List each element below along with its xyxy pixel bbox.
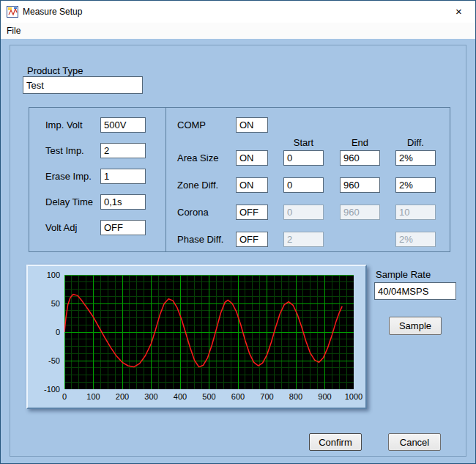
x-tick-label: 1000: [339, 392, 368, 401]
x-tick-label: 400: [166, 392, 195, 401]
cancel-button[interactable]: Cancel: [388, 433, 441, 451]
x-tick-label: 200: [108, 392, 137, 401]
zone-diff-start-input[interactable]: [283, 177, 324, 193]
app-icon: [7, 6, 18, 18]
sample-rate-input[interactable]: [374, 282, 456, 300]
titlebar: Measure Setup ×: [1, 1, 475, 23]
imp-volt-label: Imp. Volt: [45, 119, 83, 130]
x-tick-label: 800: [281, 392, 310, 401]
sample-button[interactable]: Sample: [389, 317, 442, 335]
phase-diff-state-input[interactable]: [236, 232, 268, 247]
corona-diff-input[interactable]: [395, 205, 436, 220]
delay-time-label: Delay Time: [45, 196, 93, 207]
phase-diff-diff-input[interactable]: [395, 232, 436, 247]
area-size-label: Area Size: [177, 152, 218, 163]
waveform-plot: [64, 275, 354, 389]
x-tick-label: 600: [223, 392, 253, 401]
menubar: File: [1, 23, 475, 40]
corona-label: Corona: [177, 207, 209, 218]
test-imp-label: Test Imp.: [45, 145, 84, 156]
x-tick-label: 700: [253, 392, 282, 401]
sample-rate-label: Sample Rate: [376, 269, 431, 280]
erase-imp-input[interactable]: [100, 169, 146, 184]
zone-diff-end-input[interactable]: [340, 177, 380, 193]
volt-adj-label: Volt Adj: [45, 222, 77, 233]
x-tick-label: 0: [50, 392, 79, 401]
comp-input[interactable]: [236, 117, 268, 133]
product-type-label: Product Type: [27, 65, 83, 76]
area-size-end-input[interactable]: [340, 150, 380, 166]
phase-diff-label: Phase Diff.: [177, 234, 223, 245]
delay-time-input[interactable]: [100, 194, 146, 210]
column-header-diff: Diff.: [395, 137, 436, 148]
menu-file[interactable]: File: [1, 23, 26, 38]
zone-diff-diff-input[interactable]: [395, 177, 436, 193]
area-size-state-input[interactable]: [236, 150, 268, 166]
column-header-start: Start: [283, 137, 324, 148]
y-tick-label: 100: [34, 270, 60, 279]
corona-end-input[interactable]: [340, 205, 380, 220]
group-divider: [166, 108, 166, 251]
x-tick-label: 300: [137, 392, 166, 401]
window-title: Measure Setup: [23, 7, 82, 17]
erase-imp-label: Erase Imp.: [45, 171, 92, 182]
y-tick-label: -50: [34, 356, 60, 365]
product-type-input[interactable]: [23, 76, 143, 94]
y-tick-label: 0: [34, 328, 60, 336]
column-header-end: End: [340, 137, 380, 148]
x-tick-label: 500: [195, 392, 224, 401]
confirm-button[interactable]: Confirm: [309, 433, 362, 451]
client-area: Product Type COMP Start End Diff. Imp. V…: [1, 39, 476, 464]
waveform-svg: [64, 275, 354, 389]
corona-state-input[interactable]: [236, 205, 268, 220]
waveform-chart-frame: 100500-50-100010020030040050060070080090…: [26, 265, 367, 409]
zone-diff-label: Zone Diff.: [177, 180, 218, 191]
close-icon: ×: [455, 5, 462, 18]
y-tick-label: 50: [34, 299, 60, 308]
x-tick-label: 900: [310, 392, 340, 401]
measure-setup-window: Measure Setup × File Product Type COMP S…: [0, 0, 476, 464]
imp-volt-input[interactable]: [100, 117, 146, 133]
area-size-diff-input[interactable]: [395, 150, 436, 166]
phase-diff-start-input[interactable]: [283, 232, 324, 247]
test-imp-input[interactable]: [100, 143, 146, 158]
zone-diff-state-input[interactable]: [236, 177, 268, 193]
close-button[interactable]: ×: [442, 1, 475, 23]
area-size-start-input[interactable]: [283, 150, 324, 166]
volt-adj-input[interactable]: [100, 220, 146, 235]
comp-label: COMP: [177, 119, 206, 130]
x-tick-label: 100: [79, 392, 108, 401]
corona-start-input[interactable]: [283, 205, 324, 220]
parameter-groupbox: COMP Start End Diff. Imp. VoltTest Imp.E…: [29, 107, 450, 252]
